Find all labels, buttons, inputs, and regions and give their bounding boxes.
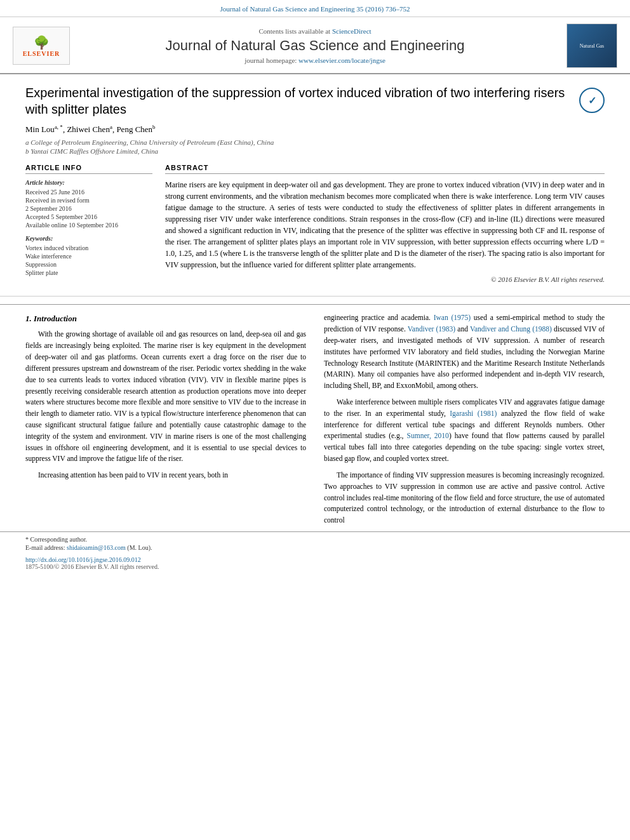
contents-label: Contents lists available at [258, 27, 330, 35]
email-author: (M. Lou). [127, 544, 152, 551]
article-info-heading: ARTICLE INFO [25, 164, 152, 174]
history-item-2: 2 September 2016 [25, 205, 152, 212]
keyword-1: Vortex induced vibration [25, 244, 152, 251]
section-1-heading: 1. Introduction [25, 312, 306, 325]
tree-icon: 🌳 [34, 35, 50, 50]
body-para-right-2: Wake interference between multiple riser… [324, 397, 605, 465]
ref-igarashi-1981[interactable]: Igarashi (1981) [450, 410, 497, 417]
body-para-right-1: engineering practice and academia. Iwan … [324, 312, 605, 392]
issn-line: 1875-5100/© 2016 Elsevier B.V. All right… [25, 563, 605, 570]
body-two-col: 1. Introduction With the growing shortag… [0, 312, 630, 531]
keyword-2: Wake interference [25, 253, 152, 260]
doi-link[interactable]: http://dx.doi.org/10.1016/j.jngse.2016.0… [25, 556, 141, 563]
sciencedirect-link[interactable]: ScienceDirect [332, 27, 372, 35]
keywords-label: Keywords: [25, 235, 152, 242]
body-para-2: Increasing attention has been paid to VI… [25, 470, 306, 481]
history-item-3: Accepted 5 September 2016 [25, 213, 152, 220]
copyright-line: © 2016 Elsevier B.V. All rights reserved… [165, 276, 605, 283]
email-link[interactable]: shidaioamin@163.com [67, 544, 126, 551]
author-peng-chen: Peng Chen [116, 124, 152, 134]
elsevier-brand: ELSEVIER [23, 50, 60, 57]
journal-header-right: Natural Gas [547, 23, 617, 68]
journal-header: 🌳 ELSEVIER Contents lists available at S… [0, 17, 630, 74]
ref-vandiver-1983[interactable]: Vandiver (1983) [408, 325, 455, 333]
elsevier-logo: 🌳 ELSEVIER [13, 27, 70, 65]
body-para-1: With the growing shortage of available o… [25, 329, 306, 465]
cover-label: Natural Gas [580, 43, 604, 49]
body-para-right-3: The importance of finding VIV suppressio… [324, 470, 605, 526]
journal-ref-link[interactable]: Journal of Natural Gas Science and Engin… [220, 5, 410, 13]
affiliation-a: a College of Petroleum Engineering, Chin… [25, 138, 605, 146]
paper-title-section: Experimental investigation of the suppre… [25, 84, 605, 117]
ref-iwan-1975[interactable]: Iwan (1975) [434, 314, 471, 321]
abstract-heading: ABSTRACT [165, 164, 605, 174]
affiliations: a College of Petroleum Engineering, Chin… [25, 138, 605, 155]
email-label: E-mail address: [25, 544, 67, 551]
article-info-abstract-section: ARTICLE INFO Article history: Received 2… [25, 164, 605, 283]
history-item-0: Received 25 June 2016 [25, 189, 152, 196]
author-zhiwei-chen: Zhiwei Chen [67, 124, 110, 134]
abstract-text: Marine risers are key equipment in deep-… [165, 179, 605, 270]
elsevier-logo-area: 🌳 ELSEVIER [13, 27, 83, 65]
keyword-4: Splitter plate [25, 269, 152, 276]
body-col-left: 1. Introduction With the growing shortag… [25, 312, 306, 531]
paper-title: Experimental investigation of the suppre… [25, 84, 566, 117]
ref-vandiver-chung-1988[interactable]: Vandiver and Chung (1988) [470, 325, 552, 333]
article-body: Experimental investigation of the suppre… [0, 74, 630, 297]
journal-cover: Natural Gas [566, 23, 617, 68]
section-title: Introduction [34, 314, 77, 323]
contents-line: Contents lists available at ScienceDirec… [83, 27, 547, 35]
history-item-1: Received in revised form [25, 197, 152, 204]
history-item-4: Available online 10 September 2016 [25, 222, 152, 229]
author-min-lou: Min Lou [25, 124, 55, 134]
authors-line: Min Loua, *, Zhiwei Chena, Peng Chenb [25, 124, 605, 135]
section-number: 1. [25, 314, 32, 323]
journal-header-center: Contents lists available at ScienceDirec… [83, 27, 547, 64]
homepage-label: journal homepage: [245, 57, 297, 64]
keyword-3: Suppression [25, 261, 152, 268]
footnote-corresponding: * Corresponding author. [25, 536, 605, 543]
journal-title: Journal of Natural Gas Science and Engin… [83, 37, 547, 54]
footnote-email: E-mail address: shidaioamin@163.com (M. … [25, 544, 605, 551]
section-divider [0, 304, 630, 305]
body-col-right: engineering practice and academia. Iwan … [324, 312, 605, 531]
homepage-url[interactable]: www.elsevier.com/locate/jngse [298, 57, 385, 64]
top-bar: Journal of Natural Gas Science and Engin… [0, 0, 630, 17]
abstract-column: ABSTRACT Marine risers are key equipment… [165, 164, 605, 283]
history-label: Article history: [25, 179, 152, 186]
page-footer: http://dx.doi.org/10.1016/j.jngse.2016.0… [0, 552, 630, 577]
doi-line: http://dx.doi.org/10.1016/j.jngse.2016.0… [25, 556, 605, 563]
crossmark-badge[interactable] [579, 88, 605, 113]
ref-sumner-2010[interactable]: Sumner, 2010 [407, 432, 449, 439]
article-info-column: ARTICLE INFO Article history: Received 2… [25, 164, 152, 283]
footnote-area: * Corresponding author. E-mail address: … [0, 531, 630, 551]
homepage-line: journal homepage: www.elsevier.com/locat… [83, 57, 547, 64]
affiliation-b: b Yantai CIMC Raffles Offshore Limited, … [25, 147, 605, 155]
